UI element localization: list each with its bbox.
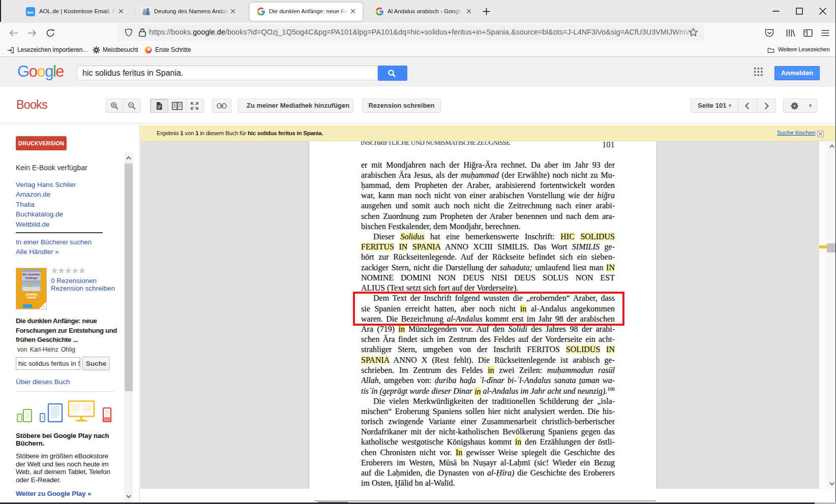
svg-text:Aol.: Aol. — [27, 11, 34, 14]
